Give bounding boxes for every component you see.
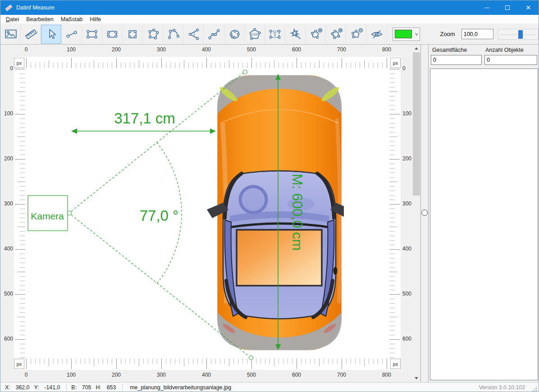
svg-text:T: T (274, 31, 277, 37)
polygon-plus-icon (309, 27, 323, 41)
visibility-toggle-button[interactable] (367, 25, 387, 44)
ruler-number: 500 (242, 46, 260, 53)
cursor-icon (45, 27, 58, 41)
top-ruler-ticks (26, 58, 389, 68)
angle-vertex-handle[interactable] (68, 211, 72, 215)
ruler-number: 700 (333, 372, 351, 378)
ruler-number: 600 (4, 336, 13, 342)
eye-slash-icon (370, 27, 384, 41)
ruler-number: 300 (4, 201, 13, 207)
curve-tool-button[interactable] (204, 25, 224, 44)
zoom-input[interactable] (461, 29, 493, 39)
scrollbar-thumb[interactable] (413, 52, 420, 196)
ruler-number: 200 (4, 155, 13, 162)
curve-icon (207, 27, 221, 41)
height-value: M: 600,0 cm (289, 174, 305, 251)
vertical-scrollbar[interactable] (412, 45, 420, 382)
window-title: Datinf Measure (16, 5, 55, 11)
menu-item-datei[interactable]: Datei (2, 15, 23, 23)
ruler-number: 100 (62, 372, 80, 378)
image-icon (4, 27, 18, 41)
right-ruler-ticks (389, 69, 400, 358)
dxf-icon: DXF (248, 27, 261, 41)
ruler-number: 600 (288, 46, 306, 53)
status-version: Version 3.0.10.102 (479, 384, 525, 391)
measurement-canvas[interactable]: 317,1 cm Kamera 77,0 ° (26, 69, 344, 363)
line-icon (65, 27, 78, 41)
ruler-number: 400 (197, 372, 215, 378)
menu-item-bearbeiten[interactable]: Bearbeiten (23, 15, 57, 23)
status-x-value: 362,0 (16, 384, 30, 391)
polygon-add-tool-button[interactable] (306, 25, 326, 44)
scale-ruler-button[interactable] (21, 25, 41, 44)
scroll-up-button[interactable] (412, 45, 420, 52)
open-polygon-tool-button[interactable] (163, 25, 183, 44)
polygon-minus-icon (350, 27, 363, 41)
status-filename: me_planung_bildverarbeitungsanlage.jpg (130, 384, 231, 391)
panel-splitter[interactable] (420, 45, 429, 382)
open-polygon-icon (167, 27, 180, 41)
color-swatch (395, 30, 412, 38)
rectangle-icon (85, 27, 99, 41)
polygon-tool-button[interactable] (143, 25, 163, 44)
title-bar: Datinf Measure ✕ (0, 0, 539, 15)
status-h-value: 653 (107, 384, 116, 391)
ruler-number: 700 (333, 46, 351, 53)
magic-wand-tool-button[interactable] (285, 25, 306, 44)
ellipse-tool-button[interactable] (102, 25, 123, 44)
angle-tool-button[interactable] (183, 25, 204, 44)
minimize-button[interactable] (476, 0, 497, 15)
ellipse-icon (105, 27, 119, 41)
door-handle (333, 267, 338, 275)
status-separator (122, 384, 123, 391)
total-area-field[interactable] (431, 55, 482, 65)
ruler-number: 400 (4, 246, 13, 252)
text-tool-button[interactable]: T (265, 25, 285, 44)
toolbar: DXF T ˅ Zoom (0, 24, 539, 45)
polygon-subtract-tool-button[interactable] (346, 25, 366, 44)
ruler-number: 300 (152, 46, 170, 53)
object-count-field[interactable] (484, 55, 537, 65)
angle-icon (187, 27, 201, 41)
ruler-number: 800 (378, 46, 396, 53)
line-tool-button[interactable] (61, 25, 82, 44)
status-bar: X: 362,0 Y: -141,0 B: 705 H: 653 me_plan… (0, 382, 539, 392)
object-count-label: Anzahl Objekte (485, 47, 524, 53)
maximize-button[interactable] (497, 0, 518, 15)
measurement-list[interactable] (430, 68, 538, 380)
status-y-label: Y: (34, 384, 39, 391)
color-picker[interactable]: ˅ (393, 27, 420, 41)
angle-handle-bottom[interactable] (249, 356, 253, 360)
ruler-icon (24, 27, 38, 41)
freehand-tool-button[interactable] (224, 25, 245, 44)
circle-tool-button[interactable] (123, 25, 143, 44)
scroll-down-button[interactable] (412, 374, 420, 382)
maximize-icon (505, 5, 510, 10)
zoom-slider-thumb[interactable] (518, 30, 523, 39)
splitter-handle[interactable] (421, 210, 428, 216)
angle-handle-top[interactable] (243, 70, 247, 74)
steering-wheel (240, 187, 266, 213)
menu-item-hilfe[interactable]: Hilfe (86, 15, 105, 23)
close-button[interactable]: ✕ (518, 0, 539, 15)
resize-grip[interactable] (531, 386, 537, 392)
menu-item-mastab[interactable]: Maßstab (57, 15, 87, 23)
open-image-button[interactable] (0, 25, 21, 44)
canvas-area: 0100200300400500600700800 01002003004005… (4, 45, 420, 382)
ruler-number: 0 (4, 65, 13, 72)
app-icon (5, 4, 13, 12)
width-measurement[interactable]: 317,1 cm (71, 110, 216, 134)
circle-icon (126, 27, 139, 41)
angle-value: 77,0 ° (140, 207, 179, 224)
total-area-label: Gesamtfläche (432, 47, 467, 53)
select-tool-button[interactable] (41, 25, 61, 44)
menu-bar: DateiBearbeitenMaßstabHilfe (0, 15, 539, 24)
car-roof (237, 230, 322, 286)
magic-wand-icon (289, 27, 302, 41)
rectangle-tool-button[interactable] (82, 25, 102, 44)
ruler-number: 500 (242, 372, 260, 378)
results-panel: Gesamtfläche Anzahl Objekte (429, 45, 539, 382)
dxf-tool-button[interactable]: DXF (245, 25, 265, 44)
polygon-merge-add-tool-button[interactable] (326, 25, 346, 44)
zoom-slider[interactable] (498, 29, 539, 40)
